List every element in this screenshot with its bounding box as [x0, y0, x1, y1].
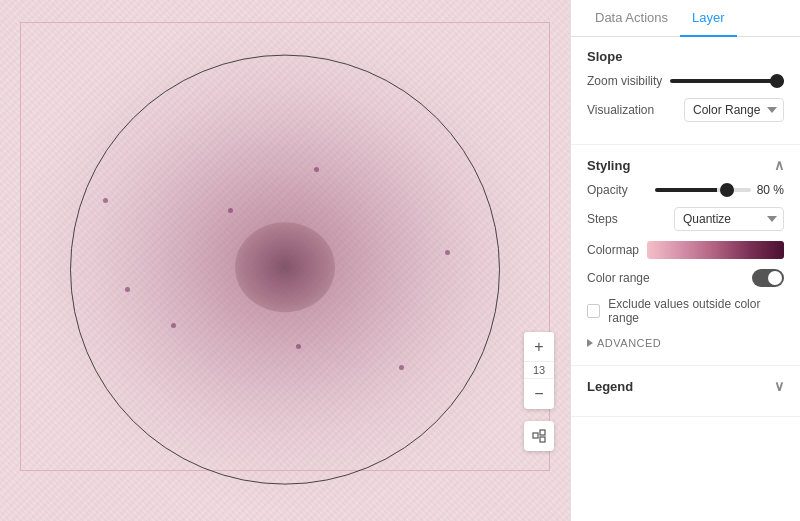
zoom-level-label: 13	[524, 362, 554, 379]
zoom-visibility-label: Zoom visibility	[587, 74, 662, 88]
exclude-checkbox[interactable]	[587, 304, 600, 318]
panel-content: Slope Zoom visibility Visualization Colo…	[571, 37, 800, 521]
map-canvas[interactable]: + 13 −	[0, 0, 570, 521]
color-range-toggle[interactable]	[752, 269, 784, 287]
styling-section: Styling ∧ Opacity 80 % Steps Quantize Eq…	[571, 145, 800, 366]
map-tool-button[interactable]	[524, 421, 554, 451]
steps-label: Steps	[587, 212, 647, 226]
svg-rect-0	[533, 433, 538, 438]
opacity-slider-container	[655, 188, 751, 192]
color-range-label: Color range	[587, 271, 650, 285]
exclude-values-row: Exclude values outside color range	[587, 297, 784, 325]
zoom-in-button[interactable]: +	[524, 332, 554, 362]
legend-collapse-icon[interactable]: ∨	[774, 378, 784, 394]
legend-section: Legend ∨	[571, 366, 800, 417]
tab-data-actions[interactable]: Data Actions	[583, 0, 680, 37]
advanced-chevron-icon	[587, 339, 593, 347]
legend-title: Legend	[587, 379, 633, 394]
visualization-label: Visualization	[587, 103, 654, 117]
slope-section-header: Slope	[587, 49, 784, 64]
steps-row: Steps Quantize Equal Interval Jenks	[587, 207, 784, 231]
advanced-label: ADVANCED	[597, 337, 661, 349]
tab-layer[interactable]: Layer	[680, 0, 737, 37]
legend-section-header: Legend ∨	[587, 378, 784, 394]
opacity-value: 80 %	[757, 183, 784, 197]
colormap-row: Colormap	[587, 241, 784, 259]
styling-section-header: Styling ∧	[587, 157, 784, 173]
slope-section: Slope Zoom visibility Visualization Colo…	[571, 37, 800, 145]
styling-collapse-icon[interactable]: ∧	[774, 157, 784, 173]
zoom-out-button[interactable]: −	[524, 379, 554, 409]
colormap-strip[interactable]	[647, 241, 784, 259]
map-circle-border	[70, 54, 500, 484]
zoom-visibility-slider-container	[670, 79, 784, 83]
colormap-label: Colormap	[587, 243, 647, 257]
opacity-slider[interactable]	[655, 188, 751, 192]
steps-select[interactable]: Quantize Equal Interval Jenks	[674, 207, 784, 231]
right-panel: Data Actions Layer Slope Zoom visibility…	[570, 0, 800, 521]
color-range-row: Color range	[587, 269, 784, 287]
styling-title: Styling	[587, 158, 630, 173]
exclude-label: Exclude values outside color range	[608, 297, 784, 325]
opacity-label: Opacity	[587, 183, 647, 197]
visualization-select[interactable]: Color Range Single Color Heatmap	[684, 98, 784, 122]
advanced-row[interactable]: ADVANCED	[587, 333, 784, 353]
visualization-row: Visualization Color Range Single Color H…	[587, 98, 784, 122]
tabs-bar: Data Actions Layer	[571, 0, 800, 37]
opacity-row: Opacity 80 %	[587, 183, 784, 197]
zoom-visibility-slider[interactable]	[670, 79, 784, 83]
svg-rect-1	[540, 430, 545, 435]
zoom-visibility-row: Zoom visibility	[587, 74, 784, 88]
slope-title: Slope	[587, 49, 622, 64]
svg-rect-2	[540, 437, 545, 442]
